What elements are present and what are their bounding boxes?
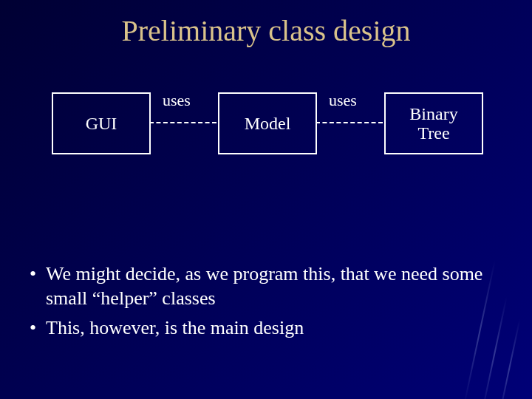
connector-label-1: uses	[163, 91, 191, 110]
bullet-item: We might decide, as we program this, tha…	[27, 262, 505, 310]
box-model: Model	[218, 92, 317, 154]
connector-line-1	[149, 122, 216, 123]
box-binary-tree: BinaryTree	[384, 92, 483, 154]
box-gui: GUI	[52, 92, 151, 154]
class-diagram: GUI uses Model uses BinaryTree	[0, 85, 532, 218]
slide-title: Preliminary class design	[0, 0, 532, 48]
bullet-list: We might decide, as we program this, tha…	[27, 262, 505, 341]
bullet-item: This, however, is the main design	[27, 316, 505, 341]
connector-line-2	[316, 122, 383, 123]
connector-label-2: uses	[329, 91, 357, 110]
